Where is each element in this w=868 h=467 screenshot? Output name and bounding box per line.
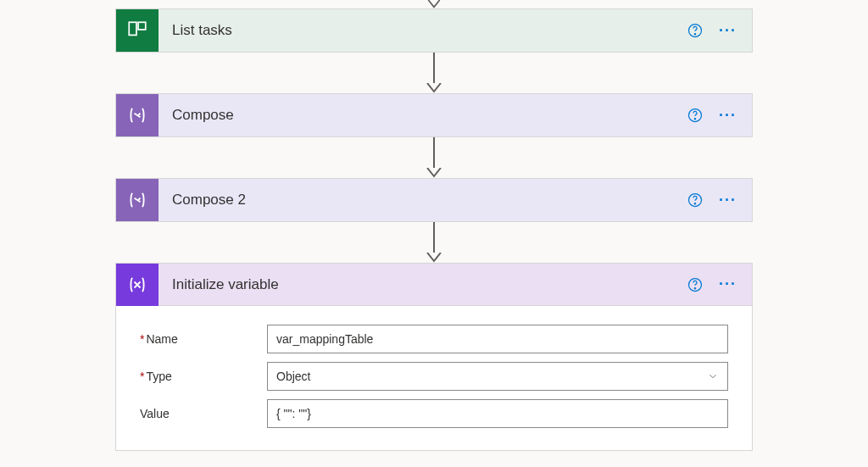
- type-select-value: Object: [276, 370, 310, 383]
- help-icon[interactable]: [687, 107, 704, 124]
- step-list-tasks[interactable]: List tasks ···: [115, 8, 753, 53]
- planner-icon: [116, 9, 159, 52]
- more-menu-icon[interactable]: ···: [719, 275, 737, 293]
- more-menu-icon[interactable]: ···: [719, 107, 737, 125]
- step-title: Compose 2: [159, 192, 687, 208]
- step-compose-2[interactable]: Compose 2 ···: [115, 178, 753, 222]
- step-body: *Name *Type Object Value: [116, 306, 752, 450]
- svg-point-9: [694, 287, 695, 288]
- field-label-type: *Type: [140, 370, 267, 383]
- more-menu-icon[interactable]: ···: [719, 22, 737, 40]
- step-title: Compose: [159, 107, 687, 124]
- field-label-name: *Name: [140, 332, 267, 346]
- more-menu-icon[interactable]: ···: [719, 192, 737, 209]
- step-title: List tasks: [159, 22, 687, 39]
- help-icon[interactable]: [687, 22, 704, 39]
- compose-icon: [116, 94, 159, 136]
- variable-icon: [116, 264, 159, 306]
- value-field[interactable]: [267, 399, 728, 428]
- connector-arrow: [426, 222, 442, 263]
- chevron-down-icon: [707, 370, 719, 382]
- field-label-value: Value: [140, 407, 267, 420]
- help-icon[interactable]: [687, 276, 704, 293]
- step-compose[interactable]: Compose ···: [115, 93, 753, 137]
- svg-point-3: [694, 34, 695, 35]
- connector-arrow-top: [426, 0, 442, 8]
- svg-point-5: [694, 119, 695, 120]
- connector-arrow: [426, 53, 442, 93]
- step-title: Initialize variable: [159, 276, 687, 293]
- svg-rect-0: [129, 22, 136, 35]
- svg-rect-1: [138, 22, 146, 30]
- compose-icon: [116, 179, 159, 221]
- type-select[interactable]: Object: [267, 362, 728, 391]
- name-field[interactable]: [267, 325, 728, 353]
- step-initialize-variable[interactable]: Initialize variable ··· *Name *Type Obje…: [115, 263, 753, 451]
- connector-arrow: [426, 137, 442, 178]
- help-icon[interactable]: [687, 192, 704, 208]
- svg-point-7: [694, 203, 695, 204]
